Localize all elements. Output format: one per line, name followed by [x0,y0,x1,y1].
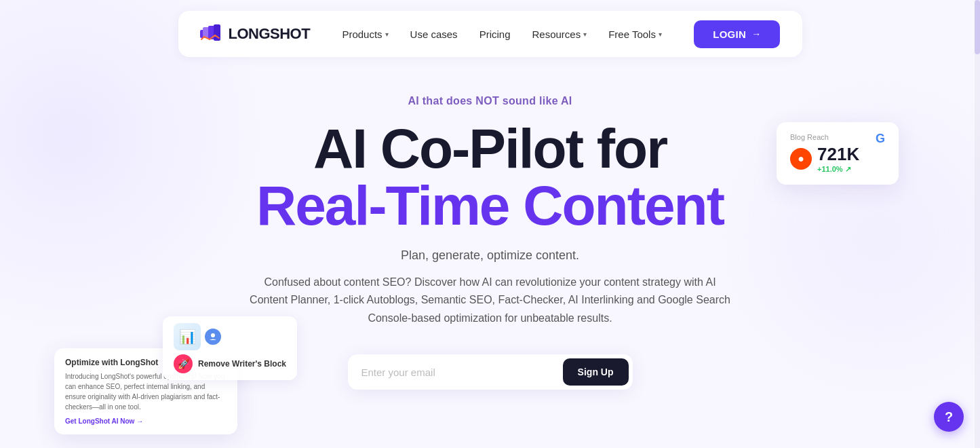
rocket-icon: 🚀 [174,354,193,373]
blog-reach-number: 721K [817,144,859,165]
hero-section: AI that does NOT sound like AI AI Co-Pil… [0,68,980,390]
nav-links: Products ▾ Use cases Pricing Resources ▾… [332,23,671,45]
hero-subheadline: Plan, generate, optimize content. [401,248,579,263]
navbar: LONGSHOT Products ▾ Use cases Pricing Re… [178,11,802,57]
logo-text: LONGSHOT [229,25,311,43]
writers-block-seo-row: 📊 [174,323,286,350]
writers-block-card: 📊 🚀 Remove Writer's Block [163,316,297,380]
hero-body-text: Confused about content SEO? Discover how… [246,274,734,327]
blog-reach-card: Blog Reach ● 721K +11.0% ↗ G [777,122,899,185]
email-signup-form: Sign Up [348,354,633,390]
svg-point-6 [211,333,215,337]
logo[interactable]: LONGSHOT [200,24,311,43]
svg-text:G: G [876,132,885,145]
nav-free-tools[interactable]: Free Tools ▾ [599,23,671,45]
login-arrow-icon: → [751,29,761,39]
hero-headline-purple: Real-Time Content [256,178,724,234]
blog-reach-reddit-icon: ● [790,148,812,170]
blog-reach-change: +11.0% ↗ [817,165,859,174]
writers-block-label: Remove Writer's Block [198,359,286,369]
chevron-down-icon-2: ▾ [583,31,587,38]
google-icon: G [870,129,890,149]
logo-icon [200,24,223,43]
hero-tagline: AI that does NOT sound like AI [408,95,572,107]
scrollbar-thumb [975,0,980,54]
nav-use-cases[interactable]: Use cases [401,23,467,45]
nav-products[interactable]: Products ▾ [332,23,397,45]
signup-button[interactable]: Sign Up [563,358,629,386]
hero-headline-black: AI Co-Pilot for [313,119,667,178]
nav-pricing[interactable]: Pricing [470,23,520,45]
optimize-card-link[interactable]: Get LongShot AI Now → [65,417,227,425]
chevron-down-icon: ▾ [385,31,389,38]
seo-image-icon: 📊 [174,323,201,350]
login-button[interactable]: LOGIN → [694,20,780,48]
nav-resources[interactable]: Resources ▾ [522,23,596,45]
user-avatar-icon [205,329,221,345]
email-input[interactable] [361,367,557,378]
help-button[interactable]: ? [934,402,964,432]
chevron-down-icon-3: ▾ [659,31,662,38]
